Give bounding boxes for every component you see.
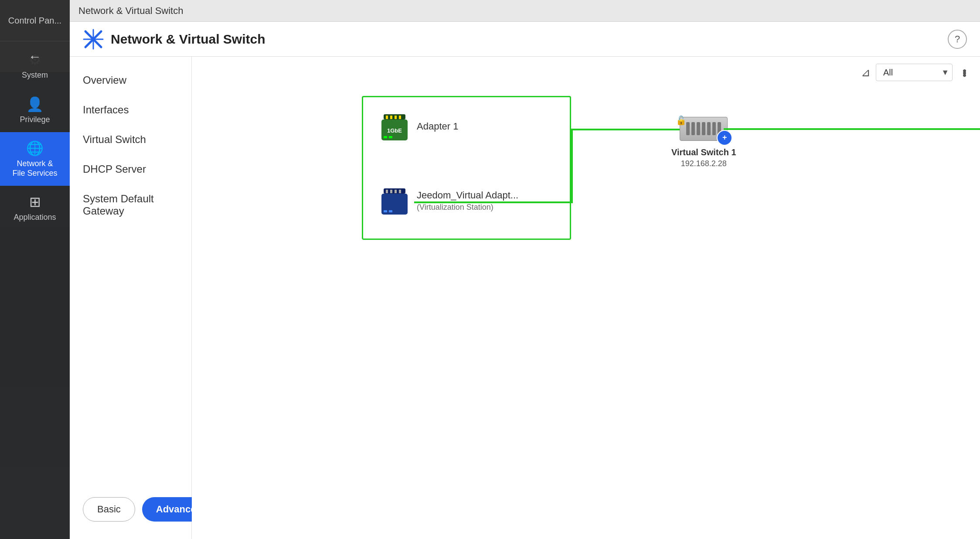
switch-port-5 — [707, 122, 711, 135]
network-icon: 🌐 — [26, 140, 44, 157]
svg-rect-7 — [395, 116, 397, 119]
sidebar-item-privilege[interactable]: 👤 Privilege — [0, 88, 70, 133]
vswitch-icon-container: 🔓 + — [677, 113, 730, 144]
adapter1-node: 1GbE Adapter 1 — [379, 113, 458, 140]
switch-body: 🔓 + — [680, 117, 728, 141]
connection-line-1-vertical — [571, 129, 573, 203]
app-header-title: Network & Virtual Switch — [111, 32, 265, 47]
nav-item-dhcp[interactable]: DHCP Server — [70, 154, 191, 184]
connection-line-globe — [724, 128, 980, 130]
vswitch-node[interactable]: 🔓 + — [671, 113, 736, 168]
content-area: Overview Interfaces Virtual Switch DHCP … — [70, 57, 980, 539]
sidebar-item-applications-label: Applications — [14, 213, 56, 222]
control-panel-button[interactable]: Control Pan... — [0, 0, 70, 41]
svg-rect-8 — [399, 116, 401, 119]
switch-badge: + — [717, 130, 732, 146]
svg-rect-20 — [389, 210, 392, 212]
app-header: Network & Virtual Switch ? — [70, 22, 980, 57]
diagram-area: ⊿ All Connected Disconnected ▼ ••• — [192, 57, 980, 539]
nav-gateway-label: System Default Gateway — [83, 193, 154, 217]
adapter2-icon — [379, 188, 410, 214]
nav-interfaces-label: Interfaces — [83, 104, 129, 116]
nav-item-interfaces[interactable]: Interfaces — [70, 95, 191, 125]
back-arrow-icon: ← — [28, 49, 41, 64]
nav-item-virtual-switch[interactable]: Virtual Switch — [70, 125, 191, 154]
sidebar-item-network[interactable]: 🌐 Network & File Services — [0, 132, 70, 186]
svg-rect-12 — [389, 136, 392, 138]
svg-rect-19 — [384, 210, 387, 212]
filter-dropdown[interactable]: All Connected Disconnected — [876, 64, 953, 81]
back-button[interactable]: ← — [0, 41, 70, 72]
svg-rect-6 — [390, 116, 392, 119]
sidebar-item-privilege-label: Privilege — [20, 115, 50, 125]
left-nav: Overview Interfaces Virtual Switch DHCP … — [70, 57, 192, 539]
adapter2-label-box: Jeedom_Virtual Adapt... (Virtualization … — [417, 190, 518, 212]
svg-rect-5 — [386, 116, 388, 119]
nav-items: Overview Interfaces Virtual Switch DHCP … — [70, 65, 191, 226]
filter-dropdown-wrapper: All Connected Disconnected ▼ — [876, 64, 953, 81]
more-options-icon[interactable]: ••• — [958, 69, 971, 75]
switch-port-2 — [691, 122, 695, 135]
sidebar-item-system-label: System — [22, 71, 48, 80]
title-bar-text: Network & Virtual Switch — [78, 5, 183, 17]
svg-rect-14 — [386, 190, 388, 193]
vswitch-label: Virtual Switch 1 — [671, 147, 736, 157]
switch-port-4 — [702, 122, 705, 135]
control-panel-label: Control Pan... — [8, 16, 61, 26]
switch-ports — [686, 122, 721, 135]
sidebar-item-network-label: Network & File Services — [12, 159, 57, 178]
title-bar: Network & Virtual Switch — [70, 0, 980, 22]
adapter1-icon: 1GbE — [379, 113, 410, 140]
svg-text:1GbE: 1GbE — [387, 127, 402, 134]
svg-rect-15 — [390, 190, 392, 193]
sidebar-item-applications[interactable]: ⊞ Applications — [0, 186, 70, 230]
vswitch-ip: 192.168.2.28 — [681, 159, 727, 168]
main-window: Network & Virtual Switch Network & Virtu… — [70, 0, 980, 539]
connection-line-2 — [414, 201, 573, 203]
svg-rect-16 — [395, 190, 397, 193]
nav-dhcp-label: DHCP Server — [83, 163, 146, 175]
switch-lock-icon: 🔓 — [676, 115, 687, 126]
switch-port-1 — [686, 122, 690, 135]
app-header-icon — [83, 29, 104, 50]
nav-vswitch-label: Virtual Switch — [83, 133, 146, 145]
nav-item-gateway[interactable]: System Default Gateway — [70, 184, 191, 226]
help-icon: ? — [955, 34, 960, 45]
nav-overview-label: Overview — [83, 74, 126, 86]
help-button[interactable]: ? — [948, 30, 967, 49]
basic-button[interactable]: Basic — [83, 497, 135, 522]
bottom-buttons: Basic Advanced — [70, 488, 191, 530]
sidebar: ⚙ System 👤 Privilege 🌐 Network & File Se… — [0, 0, 70, 539]
diagram-toolbar: ⊿ All Connected Disconnected ▼ ••• — [852, 57, 980, 88]
svg-rect-17 — [399, 190, 401, 193]
applications-icon: ⊞ — [29, 194, 41, 210]
diagram-content: 1GbE Adapter 1 — [192, 83, 980, 539]
adapter2-node: Jeedom_Virtual Adapt... (Virtualization … — [379, 188, 518, 214]
privilege-icon: 👤 — [26, 96, 44, 113]
svg-rect-11 — [384, 136, 387, 138]
adapter2-label: Jeedom_Virtual Adapt... — [417, 190, 518, 201]
filter-icon[interactable]: ⊿ — [861, 66, 871, 79]
nav-item-overview[interactable]: Overview — [70, 65, 191, 95]
switch-port-6 — [712, 122, 716, 135]
switch-port-3 — [697, 122, 700, 135]
adapter2-sublabel: (Virtualization Station) — [417, 203, 518, 212]
adapter1-label: Adapter 1 — [417, 121, 458, 132]
